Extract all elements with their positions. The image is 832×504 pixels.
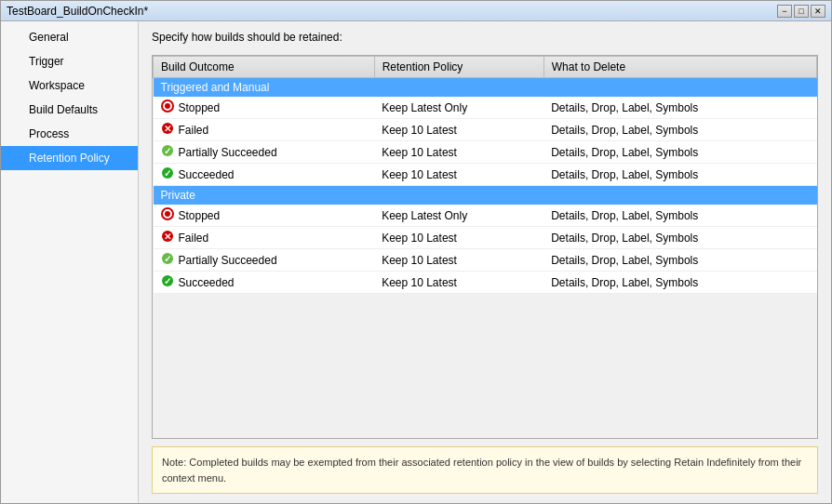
- group-row: Triggered and Manual: [154, 78, 817, 98]
- retention-cell[interactable]: Keep 10 Latest: [374, 164, 543, 186]
- svg-text:✓: ✓: [164, 276, 171, 286]
- stopped-icon: [161, 99, 174, 115]
- svg-text:✓: ✓: [164, 168, 171, 179]
- retention-cell[interactable]: Keep 10 Latest: [374, 272, 543, 294]
- delete-cell[interactable]: Details, Drop, Label, Symbols: [543, 272, 816, 294]
- main-content: GeneralTriggerWorkspaceBuild DefaultsPro…: [1, 21, 831, 503]
- table-row[interactable]: ✕FailedKeep 10 LatestDetails, Drop, Labe…: [154, 227, 817, 249]
- sidebar-item-retention-policy[interactable]: Retention Policy: [1, 146, 138, 170]
- table-row[interactable]: ✓Partially SucceededKeep 10 LatestDetail…: [154, 249, 817, 272]
- title-buttons: − □ ✕: [777, 5, 825, 18]
- restore-button[interactable]: □: [794, 5, 809, 18]
- delete-cell[interactable]: Details, Drop, Label, Symbols: [543, 141, 816, 164]
- retention-cell[interactable]: Keep 10 Latest: [374, 249, 543, 272]
- retention-table: Build OutcomeRetention PolicyWhat to Del…: [153, 56, 817, 294]
- svg-text:✓: ✓: [164, 146, 171, 156]
- svg-point-9: [165, 211, 170, 217]
- table-row[interactable]: StoppedKeep Latest OnlyDetails, Drop, La…: [154, 205, 817, 227]
- outcome-label: Stopped: [179, 101, 221, 114]
- sidebar-item-process[interactable]: Process: [1, 122, 138, 146]
- failed-icon: ✕: [161, 122, 174, 138]
- outcome-cell: Stopped: [154, 97, 375, 119]
- outcome-cell: ✓Partially Succeeded: [154, 141, 375, 164]
- failed-icon: ✕: [161, 230, 174, 245]
- delete-cell[interactable]: Details, Drop, Label, Symbols: [543, 164, 816, 186]
- retention-cell[interactable]: Keep Latest Only: [374, 97, 543, 119]
- minimize-button[interactable]: −: [777, 5, 792, 18]
- svg-text:✕: ✕: [164, 232, 171, 242]
- retention-cell[interactable]: Keep 10 Latest: [374, 141, 543, 164]
- outcome-cell: ✓Partially Succeeded: [154, 249, 375, 272]
- delete-cell[interactable]: Details, Drop, Label, Symbols: [543, 119, 816, 141]
- col-header-build-outcome: Build Outcome: [154, 57, 375, 78]
- svg-text:✓: ✓: [164, 254, 171, 264]
- delete-cell[interactable]: Details, Drop, Label, Symbols: [543, 227, 816, 249]
- outcome-label: Partially Succeeded: [179, 254, 277, 267]
- table-header-row: Build OutcomeRetention PolicyWhat to Del…: [154, 57, 817, 78]
- outcome-cell: ✓Succeeded: [154, 164, 375, 186]
- instruction-text: Specify how builds should be retained:: [152, 31, 818, 44]
- delete-cell[interactable]: Details, Drop, Label, Symbols: [543, 249, 816, 272]
- main-window: TestBoard_BuildOnCheckIn* − □ ✕ GeneralT…: [0, 0, 832, 504]
- stopped-icon: [161, 207, 174, 223]
- retention-cell[interactable]: Keep Latest Only: [374, 205, 543, 227]
- note-area: Note: Completed builds may be exempted f…: [152, 446, 818, 494]
- table-row[interactable]: ✓SucceededKeep 10 LatestDetails, Drop, L…: [154, 164, 817, 186]
- svg-text:✕: ✕: [164, 124, 171, 134]
- sidebar: GeneralTriggerWorkspaceBuild DefaultsPro…: [1, 21, 139, 503]
- table-row[interactable]: ✓SucceededKeep 10 LatestDetails, Drop, L…: [154, 272, 817, 294]
- title-bar: TestBoard_BuildOnCheckIn* − □ ✕: [1, 1, 831, 21]
- sidebar-item-workspace[interactable]: Workspace: [1, 73, 138, 98]
- content-area: Specify how builds should be retained: B…: [139, 21, 831, 503]
- success-icon: ✓: [161, 274, 174, 290]
- group-row: Private: [154, 186, 817, 206]
- col-header-retention-policy: Retention Policy: [374, 57, 543, 78]
- table-row[interactable]: StoppedKeep Latest OnlyDetails, Drop, La…: [154, 97, 817, 119]
- outcome-label: Partially Succeeded: [179, 146, 277, 159]
- partial-icon: ✓: [161, 252, 174, 268]
- retention-cell[interactable]: Keep 10 Latest: [374, 227, 543, 249]
- outcome-cell: ✕Failed: [154, 119, 375, 141]
- partial-icon: ✓: [161, 144, 174, 160]
- outcome-cell: ✕Failed: [154, 227, 375, 249]
- svg-point-1: [165, 103, 170, 109]
- outcome-label: Failed: [179, 232, 209, 245]
- sidebar-item-general[interactable]: General: [1, 25, 138, 49]
- group-label: Triggered and Manual: [154, 78, 817, 98]
- col-header-what-to-delete: What to Delete: [543, 57, 816, 78]
- outcome-label: Stopped: [179, 209, 221, 222]
- outcome-cell: Stopped: [154, 205, 375, 227]
- window-title: TestBoard_BuildOnCheckIn*: [7, 5, 148, 18]
- sidebar-item-build-defaults[interactable]: Build Defaults: [1, 98, 138, 122]
- sidebar-item-trigger[interactable]: Trigger: [1, 49, 138, 73]
- outcome-label: Failed: [179, 124, 209, 137]
- retention-cell[interactable]: Keep 10 Latest: [374, 119, 543, 141]
- group-label: Private: [154, 186, 817, 206]
- outcome-label: Succeeded: [179, 276, 235, 289]
- outcome-label: Succeeded: [179, 168, 235, 181]
- note-text: Note: Completed builds may be exempted f…: [162, 457, 801, 484]
- retention-table-container: Build OutcomeRetention PolicyWhat to Del…: [152, 55, 818, 439]
- table-row[interactable]: ✕FailedKeep 10 LatestDetails, Drop, Labe…: [154, 119, 817, 141]
- outcome-cell: ✓Succeeded: [154, 272, 375, 294]
- table-row[interactable]: ✓Partially SucceededKeep 10 LatestDetail…: [154, 141, 817, 164]
- success-icon: ✓: [161, 166, 174, 182]
- delete-cell[interactable]: Details, Drop, Label, Symbols: [543, 97, 816, 119]
- delete-cell[interactable]: Details, Drop, Label, Symbols: [543, 205, 816, 227]
- table-body: Triggered and ManualStoppedKeep Latest O…: [154, 78, 817, 294]
- close-button[interactable]: ✕: [811, 5, 825, 18]
